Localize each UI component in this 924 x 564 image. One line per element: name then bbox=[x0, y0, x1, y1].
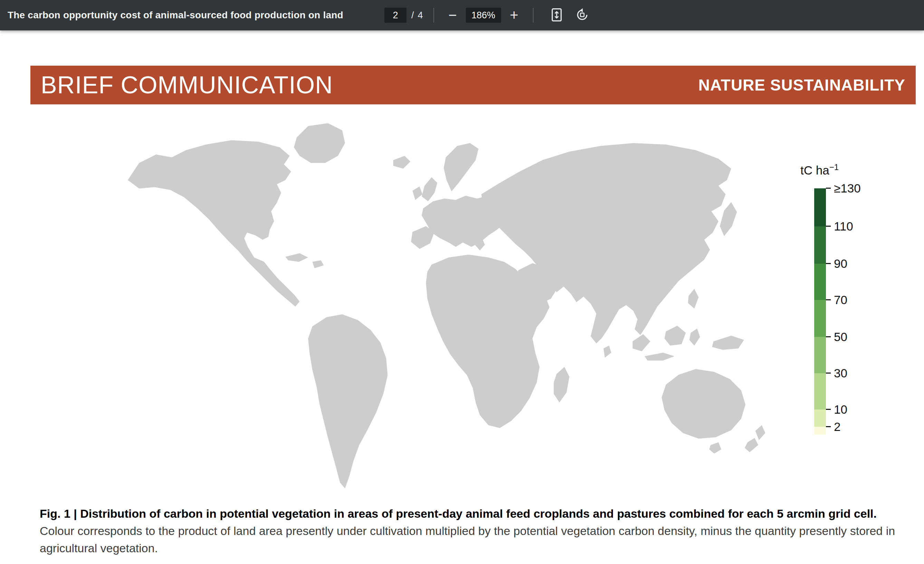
page-divider: / bbox=[411, 10, 414, 21]
rotate-counterclockwise-button[interactable] bbox=[572, 6, 592, 24]
legend-tickmark-icon bbox=[826, 336, 831, 337]
paper-page: BRIEF COMMUNICATION NATURE SUSTAINABILIT… bbox=[0, 30, 924, 564]
zoom-level-input[interactable] bbox=[466, 8, 501, 23]
legend-tick: 10 bbox=[826, 403, 848, 417]
legend-tick-label: 10 bbox=[834, 403, 848, 417]
figure-caption: Fig. 1 | Distribution of carbon in poten… bbox=[40, 505, 900, 557]
legend-band bbox=[814, 409, 826, 427]
legend-tick-label: 2 bbox=[834, 420, 840, 434]
legend-title: tC ha−1 bbox=[800, 162, 839, 177]
legend-body: ≥13011090705030102 bbox=[814, 188, 839, 435]
screen: The carbon opportunity cost of animal-so… bbox=[0, 0, 924, 564]
legend-band bbox=[814, 188, 826, 226]
world-map-figure bbox=[83, 117, 804, 498]
toolbar-separator bbox=[533, 8, 534, 23]
legend-tick: 30 bbox=[826, 366, 848, 380]
legend-tick-label: 110 bbox=[834, 220, 853, 233]
legend-tick: 110 bbox=[826, 220, 853, 233]
legend-band bbox=[814, 264, 826, 300]
document-title: The carbon opportunity cost of animal-so… bbox=[8, 10, 343, 21]
legend-tick-label: 30 bbox=[834, 366, 848, 380]
rotate-counterclockwise-icon bbox=[574, 7, 590, 24]
legend-tick-label: 50 bbox=[834, 330, 848, 344]
legend-tick: 50 bbox=[826, 330, 848, 344]
page-number-input[interactable] bbox=[384, 8, 406, 23]
legend-tick-label: ≥130 bbox=[834, 182, 861, 195]
legend-band bbox=[814, 427, 826, 435]
land-base bbox=[128, 123, 765, 488]
toolbar-separator bbox=[434, 8, 434, 23]
legend-bar bbox=[814, 188, 826, 435]
legend-band bbox=[814, 226, 826, 264]
zoom-out-button[interactable]: − bbox=[444, 6, 461, 24]
legend-tick: 90 bbox=[826, 257, 848, 271]
legend-tickmark-icon bbox=[826, 299, 831, 300]
page-count: / 4 bbox=[411, 10, 423, 21]
legend-tickmark-icon bbox=[826, 409, 831, 410]
figure-caption-title: Fig. 1 | Distribution of carbon in poten… bbox=[40, 507, 877, 520]
legend-tickmark-icon bbox=[826, 373, 831, 374]
legend-tick: ≥130 bbox=[826, 182, 861, 195]
zoom-in-button[interactable]: + bbox=[506, 6, 522, 24]
legend-tickmark-icon bbox=[826, 426, 831, 427]
figure-1-map bbox=[83, 117, 804, 498]
toolbar-controls: / 4 − + bbox=[384, 6, 595, 24]
page-total: 4 bbox=[418, 10, 423, 21]
legend-tick: 2 bbox=[826, 420, 840, 434]
legend-band bbox=[814, 373, 826, 409]
legend-tick-label: 90 bbox=[834, 257, 848, 271]
legend-tickmark-icon bbox=[826, 188, 831, 189]
legend-tickmark-icon bbox=[826, 226, 831, 227]
legend-band bbox=[814, 337, 826, 373]
legend-band bbox=[814, 300, 826, 337]
legend-title-exponent: −1 bbox=[830, 162, 839, 172]
pdf-viewer-toolbar: The carbon opportunity cost of animal-so… bbox=[0, 0, 924, 30]
legend-tickmark-icon bbox=[826, 263, 831, 264]
article-type-label: BRIEF COMMUNICATION bbox=[41, 71, 333, 99]
legend-title-main: tC ha bbox=[800, 164, 830, 177]
article-type-banner: BRIEF COMMUNICATION NATURE SUSTAINABILIT… bbox=[30, 66, 916, 104]
legend-tick: 70 bbox=[826, 293, 848, 307]
legend-tick-label: 70 bbox=[834, 293, 848, 307]
journal-name-label: NATURE SUSTAINABILITY bbox=[699, 76, 905, 94]
figure-legend: tC ha−1 ≥13011090705030102 bbox=[800, 162, 839, 435]
fit-to-page-button[interactable] bbox=[547, 6, 567, 24]
fit-to-page-icon bbox=[549, 7, 564, 24]
figure-caption-text: Colour corresponds to the product of lan… bbox=[40, 524, 895, 555]
